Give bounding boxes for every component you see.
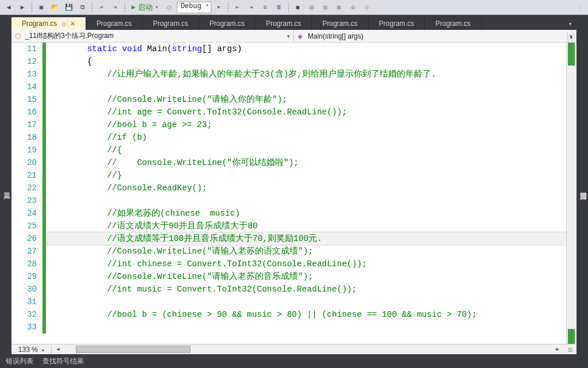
- uncomment-icon[interactable]: ≣: [273, 1, 285, 14]
- indent-inc-icon[interactable]: ⇥: [245, 1, 258, 14]
- chevron-icon[interactable]: ⋮: [573, 1, 586, 14]
- tab-label: Program.cs: [96, 20, 131, 28]
- zoom-dropdown[interactable]: 133 %: [11, 346, 52, 354]
- save-icon[interactable]: 💾: [63, 1, 75, 14]
- bookmark-next-icon[interactable]: ▨: [319, 1, 332, 14]
- marker: [568, 329, 575, 344]
- scroll-track[interactable]: [64, 344, 551, 354]
- new-icon[interactable]: ▣: [35, 1, 48, 14]
- scroll-right-icon[interactable]: ▶: [551, 343, 564, 355]
- tab-label: Program.cs: [153, 20, 188, 28]
- settings-icon[interactable]: ✿: [347, 1, 359, 14]
- tab-label: Program.cs: [322, 20, 357, 28]
- redo-icon[interactable]: ↷: [109, 1, 122, 14]
- line-gutter: 1112131415161718192021222324252627282930…: [11, 43, 42, 344]
- start-debug-button[interactable]: ▶ 启动 ▾: [128, 1, 162, 14]
- method-icon: ◈: [297, 32, 305, 40]
- bookmark-icon[interactable]: ◼: [292, 1, 304, 14]
- save-all-icon[interactable]: ⧉: [76, 1, 89, 14]
- nav-fwd-icon[interactable]: ▶: [16, 1, 29, 14]
- main-toolbar: ◀ ▶ ▣ 📂 💾 ⧉ ↶ ↷ ▶ 启动 ▾ ◯ Debug ▾ ⇤ ⇥ ≡ ≣…: [0, 0, 588, 15]
- h-scroll: 133 % ◀ ▶ ◫: [11, 344, 577, 354]
- error-list-tab[interactable]: 错误列表: [6, 356, 33, 366]
- tab-label: Program.cs: [22, 20, 57, 28]
- left-sidebar-toolbox[interactable]: 工具箱: [0, 15, 11, 354]
- nav-member-label: Main(string[] args): [308, 32, 363, 40]
- code-area: 1112131415161718192021222324252627282930…: [11, 43, 577, 344]
- code-lines[interactable]: static void Main(string[] args) { //让用户输…: [46, 43, 566, 344]
- nav-class-label: _11if结构的3个练习.Program: [25, 31, 114, 41]
- chevron-down-icon[interactable]: ▾: [567, 32, 575, 43]
- scroll-left-icon[interactable]: ◀: [52, 343, 64, 355]
- marker: [568, 43, 575, 66]
- config-label: Debug: [181, 2, 202, 10]
- tab-label: Program.cs: [379, 20, 414, 28]
- tab-label: Program.cs: [210, 20, 245, 28]
- tab[interactable]: Program.cs: [369, 17, 425, 30]
- open-icon[interactable]: 📂: [49, 1, 61, 14]
- undo-icon[interactable]: ↶: [95, 1, 108, 14]
- tab[interactable]: Program.cs: [199, 17, 256, 30]
- tab-active[interactable]: Program.cs ⊙ ✕: [11, 17, 86, 30]
- tabs-overflow-icon[interactable]: ▾: [564, 17, 577, 30]
- chevron-down-icon: ▾: [155, 4, 158, 10]
- separator: [32, 2, 32, 13]
- nav-bar: ⬡ _11if结构的3个练习.Program ◈ Main(string[] a…: [11, 30, 577, 43]
- comment-icon[interactable]: ≡: [259, 1, 272, 14]
- separator: [92, 2, 92, 13]
- tab[interactable]: Program.cs: [312, 17, 368, 30]
- split-icon[interactable]: ◫: [564, 343, 577, 355]
- tab-label: Program.cs: [266, 20, 301, 28]
- config-dropdown[interactable]: Debug: [177, 2, 211, 13]
- nav-member-dropdown[interactable]: ◈ Main(string[] args) ▾: [294, 30, 577, 42]
- zoom-label: 133 %: [18, 346, 38, 354]
- nav-back-icon[interactable]: ◀: [2, 1, 15, 14]
- tab[interactable]: Program.cs: [142, 17, 199, 30]
- help-icon[interactable]: ◷: [361, 1, 373, 14]
- right-sidebar-solution[interactable]: 解决方案资源管理器: [577, 15, 588, 354]
- scroll-thumb[interactable]: [76, 346, 191, 353]
- dropdown-2[interactable]: ▾: [212, 1, 225, 14]
- tab[interactable]: Program.cs: [86, 17, 142, 30]
- play-icon: ▶: [131, 3, 136, 12]
- editor-panel: Program.cs ⊙ ✕ Program.cs Program.cs Pro…: [11, 15, 577, 354]
- separator: [228, 2, 229, 13]
- overview-ruler[interactable]: [566, 43, 577, 344]
- tab[interactable]: Program.cs: [425, 17, 481, 30]
- tab[interactable]: Program.cs: [256, 17, 312, 30]
- separator: [288, 2, 289, 13]
- close-icon[interactable]: ✕: [70, 20, 75, 27]
- nav-class-dropdown[interactable]: ⬡ _11if结构的3个练习.Program: [11, 30, 294, 42]
- bookmark-clear-icon[interactable]: ▩: [333, 1, 346, 14]
- indent-dec-icon[interactable]: ⇤: [231, 1, 244, 14]
- class-icon: ⬡: [15, 32, 23, 40]
- separator: [125, 2, 125, 13]
- start-label: 启动: [138, 2, 153, 13]
- tabs-bar: Program.cs ⊙ ✕ Program.cs Program.cs Pro…: [11, 15, 577, 30]
- stop-icon[interactable]: ◯: [163, 1, 176, 14]
- main-area: 工具箱 Program.cs ⊙ ✕ Program.cs Program.cs…: [0, 15, 588, 354]
- pin-icon[interactable]: ⊙: [61, 21, 66, 27]
- tab-label: Program.cs: [435, 20, 470, 28]
- bottom-bar: 错误列表 查找符号结果: [0, 354, 588, 368]
- bookmark-prev-icon[interactable]: ▧: [305, 1, 318, 14]
- find-results-tab[interactable]: 查找符号结果: [42, 356, 84, 366]
